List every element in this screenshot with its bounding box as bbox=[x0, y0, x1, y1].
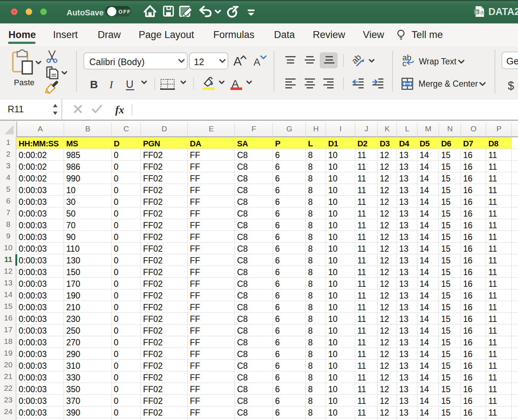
svg-text:fx: fx bbox=[115, 104, 124, 116]
svg-text:Calibri (Body): Calibri (Body) bbox=[89, 57, 144, 67]
svg-text:B: B bbox=[90, 78, 98, 90]
svg-text:Merge & Center: Merge & Center bbox=[418, 79, 478, 89]
svg-text:Ge: Ge bbox=[506, 56, 518, 67]
svg-text:I: I bbox=[109, 78, 114, 90]
svg-text:A: A bbox=[233, 54, 242, 68]
svg-text:U: U bbox=[126, 78, 134, 90]
svg-text:a,: a, bbox=[480, 9, 485, 16]
svg-text:12: 12 bbox=[194, 57, 204, 67]
svg-text:c: c bbox=[402, 59, 406, 68]
svg-text:x: x bbox=[476, 9, 478, 15]
svg-text:A: A bbox=[254, 56, 260, 68]
svg-text:ab: ab bbox=[350, 52, 363, 65]
svg-text:$: $ bbox=[508, 79, 514, 92]
svg-text:Wrap Text: Wrap Text bbox=[419, 57, 457, 66]
